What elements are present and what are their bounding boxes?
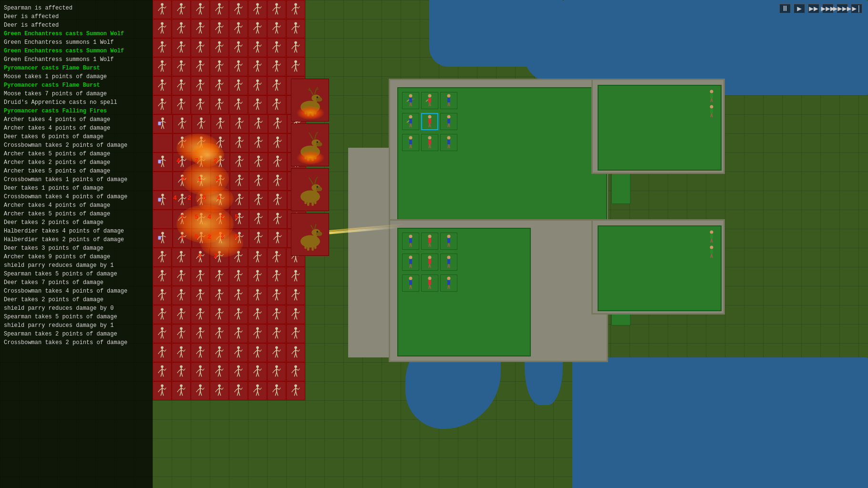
- battle-tile: [191, 286, 210, 305]
- svg-line-1238: [158, 352, 160, 354]
- svg-line-721: [280, 178, 282, 180]
- fast-button[interactable]: ▶▶: [808, 4, 819, 13]
- battle-tile: [172, 286, 191, 305]
- svg-line-1432: [310, 91, 313, 95]
- svg-line-256: [199, 48, 200, 52]
- battle-tile: [153, 76, 172, 95]
- svg-line-1359: [299, 368, 300, 370]
- svg-line-1103: [299, 292, 300, 294]
- fastest-button[interactable]: ▶▶▶▶: [837, 4, 848, 13]
- svg-line-250: [177, 47, 179, 49]
- svg-point-356: [294, 60, 297, 63]
- svg-line-1311: [184, 368, 186, 370]
- svg-line-1324: [218, 372, 219, 376]
- svg-line-766: [239, 201, 241, 205]
- svg-rect-61: [409, 259, 412, 264]
- svg-line-689: [204, 178, 206, 180]
- svg-line-27: [449, 123, 450, 127]
- svg-point-912: [161, 251, 164, 254]
- svg-line-1413: [277, 391, 278, 396]
- damage-number: 9: [198, 253, 202, 260]
- svg-line-646: [238, 163, 239, 167]
- svg-line-448: [199, 105, 200, 110]
- svg-line-1367: [165, 387, 166, 389]
- svg-line-1220: [275, 334, 277, 338]
- log-entry: Deer takes 6 points of damage: [3, 132, 150, 141]
- svg-line-711: [258, 182, 260, 186]
- svg-line-1260: [218, 353, 219, 357]
- svg-point-188: [199, 22, 202, 25]
- svg-point-212: [256, 22, 259, 25]
- svg-point-444: [199, 98, 202, 101]
- battle-tile: [268, 229, 287, 248]
- damage-number: 5: [195, 234, 198, 241]
- battle-tile: [229, 95, 248, 114]
- damage-number: 5: [195, 214, 198, 221]
- battle-tile: [286, 343, 305, 362]
- svg-line-103: [712, 239, 713, 243]
- svg-line-852: [163, 235, 166, 237]
- battle-tile: [249, 133, 268, 152]
- svg-line-1015: [241, 273, 243, 275]
- svg-point-984: [180, 270, 183, 273]
- svg-line-1357: [296, 372, 297, 376]
- svg-line-386: [196, 85, 198, 87]
- play-button[interactable]: ▶: [794, 4, 805, 13]
- damage-number: 3: [220, 234, 224, 241]
- svg-line-1045: [162, 296, 164, 300]
- svg-line-1389: [219, 391, 221, 396]
- svg-line-227: [279, 25, 281, 27]
- svg-line-465: [238, 105, 240, 110]
- svg-line-649: [242, 159, 244, 161]
- pause-button[interactable]: ⏸: [779, 4, 791, 13]
- battle-tile: [248, 267, 267, 286]
- battle-tile: [229, 362, 248, 381]
- svg-line-1086: [254, 295, 255, 297]
- svg-point-204: [237, 22, 240, 25]
- svg-line-194: [196, 28, 198, 30]
- battle-tile: [229, 0, 248, 19]
- battle-tile: [229, 343, 248, 362]
- svg-point-412: [275, 79, 278, 82]
- svg-line-1124: [199, 315, 200, 319]
- svg-line-529: [236, 123, 237, 125]
- battle-tile: [249, 191, 268, 210]
- svg-point-611: [161, 155, 164, 158]
- battle-tile: [268, 210, 287, 229]
- svg-point-1352: [294, 365, 297, 368]
- log-entry: Pyromancer casts Falling Fires: [3, 107, 150, 115]
- end-button[interactable]: ▶|: [851, 4, 862, 13]
- svg-point-1000: [218, 270, 221, 273]
- svg-point-1360: [161, 384, 164, 387]
- svg-line-1254: [196, 352, 198, 354]
- svg-line-275: [241, 44, 243, 46]
- svg-line-376: [180, 86, 181, 91]
- damage-number: 4: [207, 214, 211, 221]
- svg-line-1148: [256, 315, 258, 319]
- svg-line-1308: [180, 372, 181, 376]
- faster-button[interactable]: ▶▶▶: [822, 4, 834, 13]
- svg-line-1406: [254, 390, 255, 392]
- svg-line-193: [200, 29, 202, 33]
- playback-controls[interactable]: ⏸ ▶ ▶▶ ▶▶▶ ▶▶▶▶ ▶|: [779, 4, 862, 13]
- svg-line-1340: [256, 372, 258, 376]
- svg-line-1005: [219, 277, 221, 281]
- svg-point-1312: [199, 365, 202, 368]
- svg-line-1215: [260, 330, 262, 332]
- battle-tile: [191, 305, 210, 324]
- svg-line-1118: [177, 314, 179, 316]
- svg-line-774: [258, 201, 260, 205]
- svg-line-1071: [222, 292, 224, 294]
- svg-line-657: [261, 159, 263, 161]
- svg-line-638: [219, 163, 220, 167]
- battle-tile: [153, 381, 172, 400]
- svg-line-741: [181, 201, 182, 205]
- svg-line-257: [200, 48, 202, 52]
- svg-line-291: [279, 44, 281, 46]
- svg-point-140: [237, 3, 240, 6]
- svg-point-1392: [237, 384, 240, 387]
- svg-line-1462: [314, 179, 316, 184]
- svg-line-1341: [258, 372, 259, 376]
- battle-tile: [286, 38, 305, 57]
- svg-line-654: [257, 163, 258, 167]
